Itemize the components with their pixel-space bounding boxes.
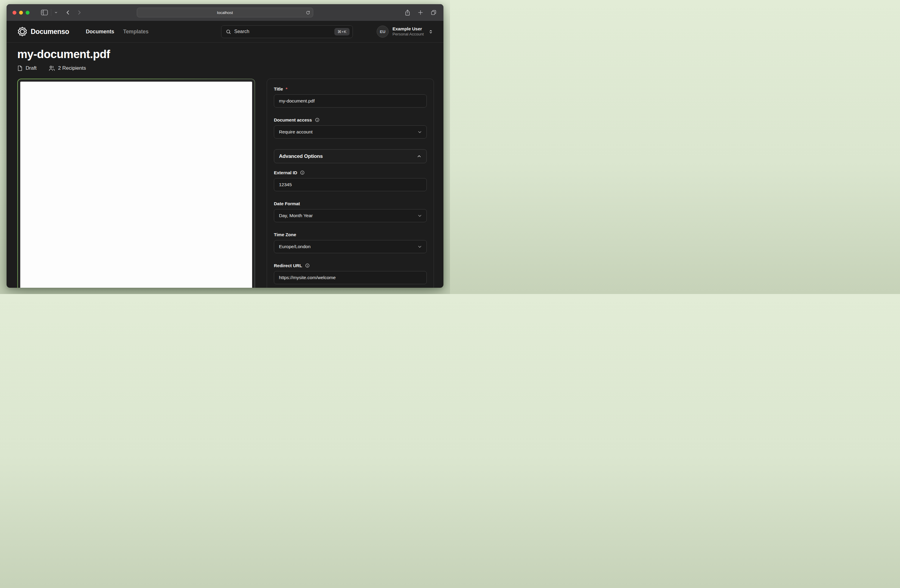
- tab-overview-icon[interactable]: [430, 9, 437, 16]
- document-access-label: Document access: [274, 118, 312, 122]
- recipients-badge: 2 Recipients: [48, 65, 86, 71]
- chevrons-up-down-icon: [428, 29, 433, 34]
- users-icon: [48, 65, 55, 71]
- address-bar-url: localhost: [217, 11, 233, 15]
- document-access-select[interactable]: Require account: [274, 125, 427, 139]
- user-account-type: Personal Account: [393, 32, 424, 37]
- page-title: my-document.pdf: [17, 48, 434, 61]
- time-zone-select[interactable]: Europe/London: [274, 240, 427, 253]
- document-settings-panel: Title * Document access Require account: [267, 79, 434, 288]
- refresh-icon[interactable]: [306, 11, 310, 15]
- time-zone-group: Time Zone Europe/London: [274, 232, 427, 253]
- info-icon[interactable]: [305, 263, 310, 268]
- nav-templates[interactable]: Templates: [123, 29, 148, 35]
- chevron-down-icon: [417, 244, 422, 249]
- browser-toolbar: localhost: [6, 4, 444, 21]
- time-zone-label: Time Zone: [274, 232, 296, 237]
- info-icon[interactable]: [300, 170, 305, 175]
- search-icon: [226, 29, 231, 34]
- document-access-group: Document access Require account: [274, 118, 427, 139]
- new-tab-icon[interactable]: [417, 9, 424, 15]
- share-icon[interactable]: [404, 9, 411, 16]
- documenso-logo-icon: [17, 26, 28, 37]
- chevron-up-icon: [417, 154, 422, 159]
- date-format-group: Date Format Day, Month Year: [274, 201, 427, 222]
- redirect-url-group: Redirect URL: [274, 263, 427, 284]
- required-asterisk: *: [286, 87, 287, 91]
- traffic-lights: [12, 11, 29, 15]
- document-meta: Draft 2 Recipients: [17, 65, 434, 71]
- external-id-input[interactable]: [274, 178, 427, 191]
- nav-documents[interactable]: Documents: [86, 29, 114, 35]
- search-input[interactable]: Search ⌘+K: [221, 25, 353, 38]
- advanced-options-label: Advanced Options: [279, 153, 323, 159]
- search-placeholder: Search: [234, 29, 331, 34]
- date-format-label: Date Format: [274, 201, 300, 206]
- zoom-window-button[interactable]: [26, 11, 29, 15]
- title-label: Title: [274, 87, 283, 91]
- search-shortcut-badge: ⌘+K: [334, 28, 349, 36]
- status-badge: Draft: [17, 65, 37, 71]
- external-id-label: External ID: [274, 170, 297, 175]
- sidebar-chevron-down-icon[interactable]: [54, 11, 58, 14]
- close-window-button[interactable]: [12, 11, 16, 15]
- brand[interactable]: Documenso: [17, 26, 69, 37]
- title-field-group: Title *: [274, 87, 427, 108]
- user-name: Example User: [393, 26, 424, 32]
- browser-window: localhost: [6, 4, 444, 288]
- chevron-down-icon: [417, 130, 422, 135]
- pdf-page[interactable]: [20, 82, 252, 288]
- redirect-url-label: Redirect URL: [274, 263, 302, 268]
- date-format-select[interactable]: Day, Month Year: [274, 209, 427, 222]
- title-input[interactable]: [274, 94, 427, 108]
- document-edit-page: my-document.pdf Draft 2 Recipients: [6, 43, 444, 288]
- external-id-group: External ID: [274, 170, 427, 191]
- minimize-window-button[interactable]: [19, 11, 23, 15]
- redirect-url-input[interactable]: [274, 271, 427, 284]
- forward-button[interactable]: [76, 9, 82, 15]
- back-button[interactable]: [65, 9, 71, 15]
- info-icon[interactable]: [315, 118, 320, 122]
- address-bar[interactable]: localhost: [137, 8, 313, 18]
- app-header: Documenso Documents Templates Search ⌘+K…: [6, 21, 444, 43]
- brand-name: Documenso: [31, 28, 69, 36]
- main-nav: Documents Templates: [86, 29, 149, 35]
- document-viewer-card: [17, 79, 255, 288]
- sidebar-toggle-icon[interactable]: [41, 9, 48, 15]
- chevron-down-icon: [417, 213, 422, 218]
- advanced-options-toggle[interactable]: Advanced Options: [274, 149, 427, 163]
- avatar: EU: [377, 26, 389, 37]
- file-icon: [17, 65, 23, 71]
- account-switcher[interactable]: EU Example User Personal Account: [377, 26, 433, 37]
